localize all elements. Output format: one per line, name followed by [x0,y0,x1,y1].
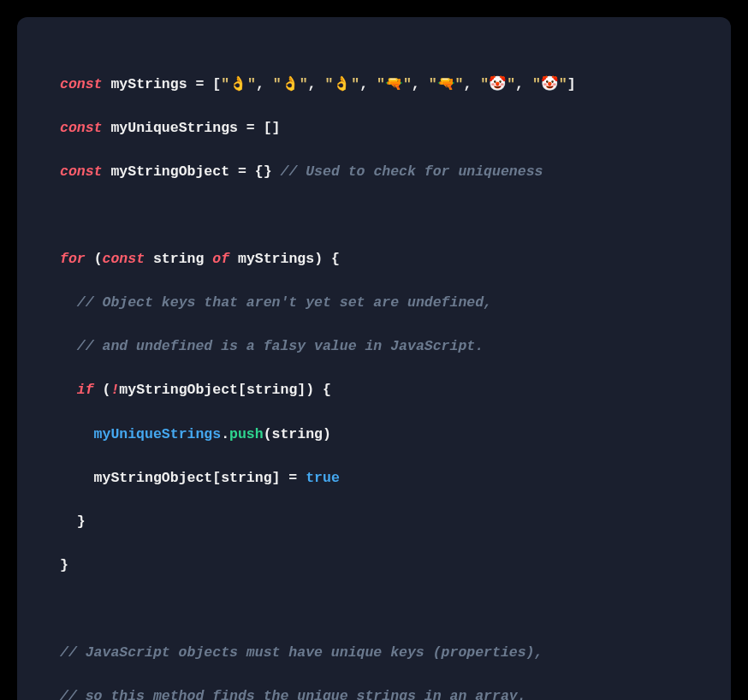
code-line: } [60,555,688,577]
code-line: } [60,511,688,533]
code-line [60,598,688,620]
code-line [60,205,688,227]
code-line: myStringObject[string] = true [60,467,688,489]
code-line: myUniqueStrings.push(string) [60,424,688,446]
code-card: const myStrings = ["👌", "👌", "👌", "🔫", "… [17,17,731,700]
code-block: const myStrings = ["👌", "👌", "👌", "🔫", "… [60,51,688,700]
code-line: for (const string of myStrings) { [60,248,688,270]
code-line: // so this method finds the unique strin… [60,685,688,700]
code-line: const myStringObject = {} // Used to che… [60,161,688,183]
code-line: const myStrings = ["👌", "👌", "👌", "🔫", "… [60,74,688,96]
code-line: // Object keys that aren't yet set are u… [60,292,688,314]
code-line: const myUniqueStrings = [] [60,117,688,139]
code-line: if (!myStringObject[string]) { [60,379,688,401]
code-line: // JavaScript objects must have unique k… [60,642,688,664]
code-line: // and undefined is a falsy value in Jav… [60,335,688,358]
